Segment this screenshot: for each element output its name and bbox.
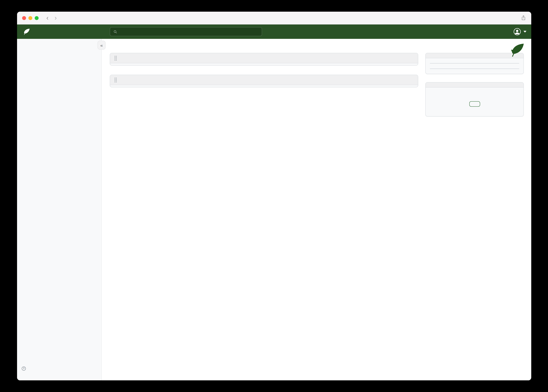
right-column — [425, 53, 524, 117]
app-version — [21, 373, 97, 375]
content-area: « ? — [17, 39, 531, 380]
inbox-table — [110, 63, 418, 65]
svg-text:?: ? — [23, 367, 25, 370]
recently-added-table — [110, 85, 418, 87]
minimize-window-button[interactable] — [29, 16, 32, 20]
upload-card — [425, 82, 524, 117]
inbox-card-header — [110, 53, 418, 63]
paperless-logo — [511, 44, 523, 57]
user-menu[interactable] — [513, 28, 526, 35]
share-icon[interactable] — [520, 15, 526, 21]
upload-dropzone[interactable] — [426, 88, 523, 116]
titlebar: ‹ › — [17, 12, 531, 25]
recently-added-card — [110, 75, 418, 87]
statistics-card-header — [426, 53, 523, 58]
browse-files-button[interactable] — [469, 101, 480, 107]
screen: ‹ › — [0, 0, 548, 392]
statistics-body — [426, 58, 523, 74]
leaf-icon — [511, 43, 524, 57]
dashboard-columns — [110, 53, 524, 117]
left-column — [110, 53, 418, 87]
question-circle-icon: ? — [21, 366, 26, 371]
statistics-counts-card — [430, 68, 519, 69]
chevron-down-icon — [523, 31, 526, 33]
upload-card-header — [426, 83, 523, 88]
main-content — [102, 39, 531, 380]
inbox-card — [110, 53, 418, 65]
app-brand[interactable] — [23, 28, 33, 35]
app-window: ‹ › — [17, 12, 531, 380]
sidebar-footer: ? — [17, 362, 101, 376]
sidebar: « ? — [17, 39, 102, 380]
search-icon — [113, 29, 118, 34]
drag-handle-icon[interactable] — [114, 77, 117, 83]
statistics-summary-card — [430, 63, 519, 64]
recently-added-card-header — [110, 75, 418, 85]
search-box[interactable] — [110, 27, 262, 36]
sidebar-collapse-button[interactable]: « — [98, 41, 106, 49]
close-window-button[interactable] — [22, 16, 26, 20]
drag-handle-icon[interactable] — [114, 56, 117, 61]
forward-arrow-icon[interactable]: › — [55, 15, 57, 21]
statistics-card — [425, 53, 524, 74]
leaf-icon — [23, 28, 30, 35]
avatar — [513, 28, 521, 35]
fullscreen-window-button[interactable] — [35, 16, 39, 20]
sidebar-spacer — [17, 42, 101, 362]
sidebar-item-documentation[interactable]: ? — [21, 364, 97, 373]
search-input[interactable] — [120, 29, 259, 34]
top-navbar — [17, 25, 531, 39]
back-arrow-icon[interactable]: ‹ — [46, 15, 49, 21]
traffic-lights — [22, 16, 39, 20]
